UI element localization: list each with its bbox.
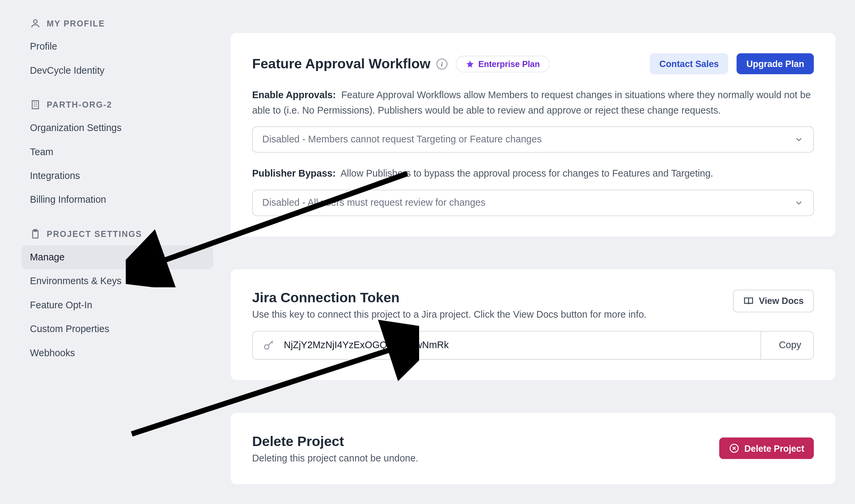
sidebar-item-team[interactable]: Team xyxy=(21,140,213,164)
publisher-bypass-value: Disabled - All users must request review… xyxy=(262,197,485,208)
sidebar-item-org-settings[interactable]: Organization Settings xyxy=(21,116,213,140)
approval-title: Feature Approval Workflow i xyxy=(252,56,447,72)
sidebar-header-project: PROJECT SETTINGS xyxy=(21,229,213,239)
sidebar-header-profile: MY PROFILE xyxy=(21,18,213,29)
enable-approvals-select[interactable]: Disabled - Members cannot request Target… xyxy=(252,126,814,153)
sidebar-section-profile: MY PROFILE Profile DevCycle Identity xyxy=(21,18,213,83)
close-circle-icon xyxy=(729,443,739,454)
building-icon xyxy=(30,99,40,110)
user-icon xyxy=(30,18,40,29)
sidebar-item-webhooks[interactable]: Webhooks xyxy=(21,341,213,365)
sidebar-item-integrations[interactable]: Integrations xyxy=(21,164,213,188)
sidebar-section-project: PROJECT SETTINGS Manage Environments & K… xyxy=(21,229,213,365)
sidebar-item-profile[interactable]: Profile xyxy=(21,35,213,59)
contact-sales-button[interactable]: Contact Sales xyxy=(650,53,728,74)
main-content: Feature Approval Workflow i Enterprise P… xyxy=(231,0,836,484)
sidebar-header-label: MY PROFILE xyxy=(47,18,105,28)
sidebar-header-label: PROJECT SETTINGS xyxy=(47,229,142,239)
info-icon[interactable]: i xyxy=(437,58,447,69)
svg-point-4 xyxy=(264,344,269,349)
sidebar-item-feature-optin[interactable]: Feature Opt-In xyxy=(21,293,213,317)
publisher-bypass-label: Publisher Bypass: xyxy=(252,168,336,178)
sidebar-section-org: PARTH-ORG-2 Organization Settings Team I… xyxy=(21,99,213,212)
enterprise-badge: Enterprise Plan xyxy=(456,55,550,72)
chevron-down-icon xyxy=(794,198,804,208)
enable-approvals-row: Enable Approvals: Feature Approval Workf… xyxy=(252,88,814,118)
jira-desc: Use this key to connect this project to … xyxy=(252,309,646,320)
enable-approvals-value: Disabled - Members cannot request Target… xyxy=(262,134,541,145)
sidebar-item-environments[interactable]: Environments & Keys xyxy=(21,269,213,293)
publisher-bypass-row: Publisher Bypass: Allow Publishers to by… xyxy=(252,166,814,181)
jira-token-field[interactable]: NjZjY2MzNjI4YzExOGQ5 YTMwNmRk xyxy=(253,331,761,359)
svg-rect-1 xyxy=(32,101,38,109)
publisher-bypass-select[interactable]: Disabled - All users must request review… xyxy=(252,190,814,216)
sidebar-header-org: PARTH-ORG-2 xyxy=(21,99,213,110)
book-icon xyxy=(743,295,754,306)
enable-approvals-label: Enable Approvals: xyxy=(252,90,336,100)
publisher-bypass-desc: Allow Publishers to bypass the approval … xyxy=(341,168,713,178)
delete-title: Delete Project xyxy=(252,433,418,449)
sidebar-item-devcycle-identity[interactable]: DevCycle Identity xyxy=(21,59,213,83)
delete-desc: Deleting this project cannot be undone. xyxy=(252,453,418,464)
jira-token-card: Jira Connection Token Use this key to co… xyxy=(231,269,836,380)
chevron-down-icon xyxy=(794,135,804,144)
settings-sidebar: MY PROFILE Profile DevCycle Identity PAR… xyxy=(21,0,213,365)
copy-token-button[interactable]: Copy xyxy=(761,331,814,359)
enable-approvals-desc: Feature Approval Workflows allow Members… xyxy=(252,90,811,115)
clipboard-icon xyxy=(30,229,40,239)
svg-point-0 xyxy=(34,20,37,23)
jira-token-row: NjZjY2MzNjI4YzExOGQ5 YTMwNmRk Copy xyxy=(252,331,814,360)
sidebar-item-manage[interactable]: Manage xyxy=(21,245,213,269)
delete-project-button[interactable]: Delete Project xyxy=(719,438,814,459)
sidebar-item-billing[interactable]: Billing Information xyxy=(21,188,213,212)
view-docs-button[interactable]: View Docs xyxy=(733,290,814,312)
sidebar-item-custom-properties[interactable]: Custom Properties xyxy=(21,317,213,341)
approval-workflow-card: Feature Approval Workflow i Enterprise P… xyxy=(231,33,836,236)
delete-project-card: Delete Project Deleting this project can… xyxy=(231,413,836,484)
jira-title: Jira Connection Token xyxy=(252,290,646,306)
star-icon xyxy=(466,60,474,68)
sidebar-header-label: PARTH-ORG-2 xyxy=(47,100,112,110)
jira-token-value: NjZjY2MzNjI4YzExOGQ5 YTMwNmRk xyxy=(284,340,449,350)
key-icon xyxy=(262,339,275,352)
upgrade-plan-button[interactable]: Upgrade Plan xyxy=(737,53,814,74)
